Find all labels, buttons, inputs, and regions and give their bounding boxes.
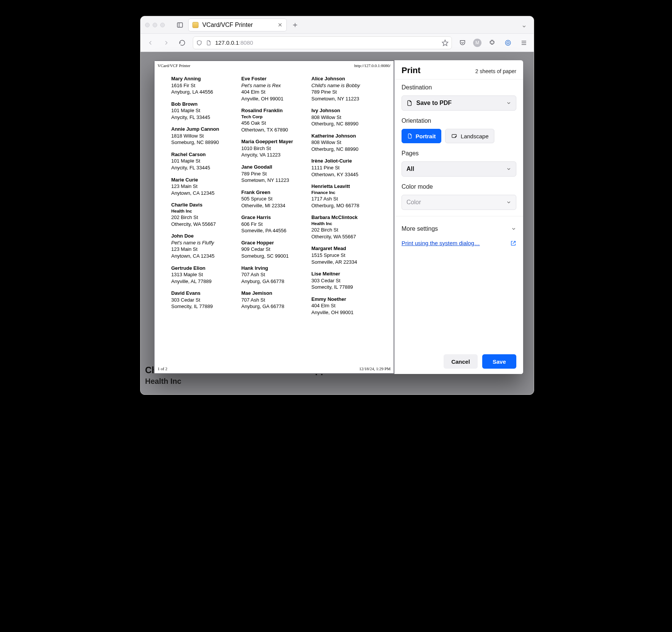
svg-rect-0: [177, 23, 183, 27]
tab-close-icon[interactable]: ✕: [276, 22, 284, 28]
contact-name: Lise Meitner: [311, 271, 377, 277]
contact-line: Someburg, NC 88990: [171, 139, 237, 146]
window-controls: [145, 23, 165, 27]
colormode-select[interactable]: Color: [402, 195, 516, 210]
more-settings-toggle[interactable]: More settings: [402, 222, 516, 235]
pocket-icon[interactable]: [457, 38, 468, 48]
browser-window: VCard/VCF Printer ✕: [140, 16, 534, 395]
sidebar-toggle-icon[interactable]: [175, 20, 185, 30]
contact-name: Jane Goodall: [241, 164, 307, 171]
system-dialog-link[interactable]: Print using the system dialog…: [402, 240, 480, 246]
landscape-icon: [451, 133, 458, 139]
chevron-down-icon: [511, 226, 516, 232]
contact-entry: Margaret Mead1515 Spruce StSomeville, AR…: [311, 245, 377, 265]
bookmark-star-icon[interactable]: [442, 39, 449, 46]
contact-entry: Eve FosterPet's name is Rex404 Elm StAny…: [241, 75, 307, 102]
contact-line: 606 Fir St: [241, 221, 307, 228]
contact-line: Someville, PA 44556: [241, 227, 307, 234]
contact-name: Emmy Noether: [311, 296, 377, 303]
contact-name: Charlie Davis: [171, 202, 237, 208]
contact-line: 808 Willow St: [311, 114, 377, 121]
tab-overflow-button[interactable]: [519, 20, 529, 30]
contact-entry: John DoePet's name is Fluffy123 Main StA…: [171, 233, 237, 259]
nav-reload-button[interactable]: [177, 38, 188, 48]
traffic-zoom[interactable]: [160, 23, 165, 27]
app-menu-button[interactable]: [519, 38, 529, 48]
contact-line: 404 Elm St: [241, 89, 307, 95]
contact-name: Rosalind Franklin: [241, 107, 307, 114]
contact-line: Otherburg, NC 88990: [311, 146, 377, 153]
contact-name: Henrietta Leavitt: [311, 183, 377, 190]
contact-line: 101 Maple St: [171, 107, 237, 114]
print-preview-page: VCard/VCF Printer http://127.0.0.1:8080/…: [155, 61, 394, 373]
save-button[interactable]: Save: [482, 354, 516, 369]
print-preview-pane[interactable]: VCard/VCF Printer http://127.0.0.1:8080/…: [154, 60, 394, 374]
contact-name: John Doe: [171, 233, 237, 239]
contact-entry: Mae Jemison707 Ash StAnyburg, GA 66778: [241, 290, 307, 310]
contact-line: 123 Main St: [171, 246, 237, 253]
contact-line: 1111 Pine St: [311, 164, 377, 171]
destination-select[interactable]: Save to PDF: [402, 95, 516, 111]
traffic-minimize[interactable]: [153, 23, 157, 27]
contact-line: Somecity, IL 77889: [171, 303, 237, 310]
contact-line: Othercity, WA 55667: [311, 233, 377, 240]
contact-note: Child's name is Bobby: [311, 82, 377, 89]
contact-line: 101 Maple St: [171, 158, 237, 164]
contact-name: Marie Curie: [171, 177, 237, 183]
svg-point-5: [505, 40, 511, 45]
sheet-count: 2 sheets of paper: [475, 68, 516, 74]
preview-column: Eve FosterPet's name is Rex404 Elm StAny…: [241, 75, 307, 362]
nav-back-button[interactable]: [145, 38, 156, 48]
contact-line: Anycity, VA 11223: [241, 152, 307, 158]
cancel-button[interactable]: Cancel: [444, 354, 478, 369]
contact-line: Sometown, NY 11223: [311, 95, 377, 102]
contact-org: Health Inc: [311, 221, 377, 227]
contact-name: Maria Goeppert Mayer: [241, 138, 307, 145]
extensions-icon[interactable]: [487, 38, 497, 48]
contact-line: 1818 Willow St: [171, 133, 237, 139]
contact-entry: Hank Irving707 Ash StAnyburg, GA 66778: [241, 265, 307, 285]
contact-name: Mary Anning: [171, 75, 237, 82]
account-avatar[interactable]: M: [473, 39, 481, 47]
contact-line: Othercity, WA 55667: [171, 221, 237, 228]
contact-line: 1010 Birch St: [241, 145, 307, 152]
contact-entry: Gertrude Elion1313 Maple StAnyville, AL …: [171, 265, 237, 285]
url-text: 127.0.0.1:8080: [215, 39, 253, 46]
print-settings-pane: Print 2 sheets of paper Destination Save…: [394, 60, 523, 374]
contact-line: Somecity, IL 77889: [311, 284, 377, 291]
contact-name: Grace Harris: [241, 214, 307, 221]
contact-line: Anycity, FL 33445: [171, 164, 237, 171]
contact-line: 1717 Ash St: [311, 196, 377, 202]
contact-line: 202 Birch St: [171, 214, 237, 221]
contact-line: 303 Cedar St: [171, 297, 237, 303]
contact-name: Barbara McClintock: [311, 214, 377, 221]
contact-line: 404 Elm St: [311, 302, 377, 309]
tracking-shield-icon[interactable]: [196, 40, 202, 46]
pages-select[interactable]: All: [402, 161, 516, 177]
tab-title: VCard/VCF Printer: [202, 22, 253, 28]
tab-favicon: [192, 22, 198, 28]
contact-entry: Katherine Johnson808 Willow StOtherburg,…: [311, 133, 377, 153]
preview-footer-page: 1 of 2: [158, 366, 167, 371]
contact-entry: Grace Harris606 Fir StSomeville, PA 4455…: [241, 214, 307, 234]
contact-entry: Bob Brown101 Maple StAnycity, FL 33445: [171, 101, 237, 121]
contact-name: Annie Jump Cannon: [171, 126, 237, 133]
contact-entry: Charlie DavisHealth Inc202 Birch StOther…: [171, 202, 237, 227]
orientation-landscape-button[interactable]: Landscape: [445, 129, 494, 143]
site-identity-icon[interactable]: [206, 40, 211, 46]
nav-forward-button[interactable]: [161, 38, 172, 48]
contact-entry: Marie Curie123 Main StAnytown, CA 12345: [171, 177, 237, 197]
url-bar[interactable]: 127.0.0.1:8080: [193, 36, 452, 49]
contact-name: Ivy Johnson: [311, 107, 377, 114]
onepassword-icon[interactable]: [503, 38, 513, 48]
browser-tab[interactable]: VCard/VCF Printer ✕: [188, 19, 287, 31]
chevron-down-icon: [506, 200, 511, 205]
contact-line: 707 Ash St: [241, 271, 307, 278]
traffic-close[interactable]: [145, 23, 150, 27]
orientation-portrait-button[interactable]: Portrait: [402, 129, 441, 143]
new-tab-button[interactable]: [290, 20, 300, 30]
preview-header-title: VCard/VCF Printer: [158, 63, 190, 68]
contact-entry: Jane Goodall789 Pine StSometown, NY 1122…: [241, 164, 307, 184]
contact-name: Margaret Mead: [311, 245, 377, 252]
contact-line: 1515 Spruce St: [311, 252, 377, 259]
